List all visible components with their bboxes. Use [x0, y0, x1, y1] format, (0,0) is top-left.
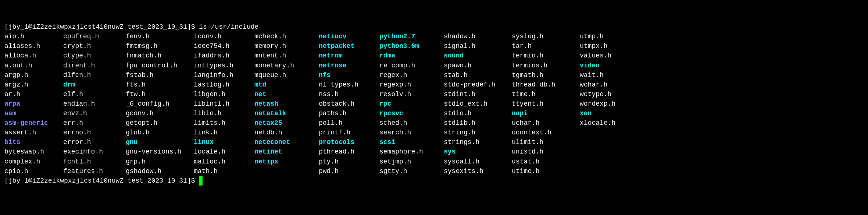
file-name: termios.h: [512, 62, 547, 69]
file-name: netipx: [254, 158, 278, 165]
file-item: uapi: [512, 109, 576, 118]
file-item: inttypes.h: [194, 61, 251, 70]
file-name: stdint.h: [444, 91, 475, 98]
file-name: _G_config.h: [126, 100, 169, 107]
file-name: gnu-versions.h: [126, 148, 181, 155]
file-name: glob.h: [126, 129, 150, 136]
file-item: gnu-versions.h: [126, 147, 190, 156]
file-listing-grid: aio.haliases.halloca.ha.out.hargp.hargz.…: [4, 32, 864, 176]
file-item: sgtty.h: [379, 166, 440, 176]
file-column-5: netiucvnetpacketnetromnetrosenfsnl_types…: [319, 32, 376, 176]
file-name: libgen.h: [194, 91, 225, 98]
file-item: ieee754.h: [194, 41, 251, 51]
file-name: stdio_ext.h: [444, 100, 487, 107]
file-item: aio.h: [4, 32, 60, 41]
file-name: arpa: [4, 100, 20, 107]
file-item: errno.h: [63, 128, 122, 137]
file-name: fstab.h: [126, 71, 154, 79]
file-name: thread_db.h: [512, 81, 556, 88]
file-item: protocols: [319, 137, 376, 147]
file-name: nfs: [319, 71, 331, 79]
file-name: grp.h: [126, 158, 146, 165]
file-name: features.h: [63, 168, 103, 175]
file-name: wait.h: [580, 71, 604, 79]
file-item: netrose: [319, 61, 376, 70]
file-name: ifaddrs.h: [194, 52, 229, 59]
file-name: dirent.h: [63, 62, 95, 69]
file-name: envz.h: [63, 110, 87, 117]
file-name: spawn.h: [444, 62, 472, 69]
file-item: netinet: [254, 147, 315, 156]
file-item: re_comp.h: [379, 61, 440, 70]
file-item: thread_db.h: [512, 80, 576, 89]
file-name: netash: [254, 100, 278, 107]
file-name: stdio.h: [444, 110, 472, 117]
file-item: search.h: [379, 128, 440, 137]
file-item: ucontext.h: [512, 128, 576, 137]
file-item: shadow.h: [444, 32, 508, 41]
file-name: tgmath.h: [512, 71, 543, 79]
file-item: pty.h: [319, 157, 376, 166]
file-item: netax25: [254, 118, 315, 128]
file-name: fcntl.h: [63, 158, 91, 165]
file-item: regex.h: [379, 70, 440, 80]
file-item: alloca.h: [4, 51, 60, 60]
file-item: utmpx.h: [580, 41, 633, 51]
file-name: poll.h: [319, 119, 343, 127]
file-item: rdma: [379, 51, 440, 60]
file-column-2: fenv.hfmtmsg.hfnmatch.hfpu_control.hfsta…: [126, 32, 190, 176]
file-name: nl_types.h: [319, 81, 358, 88]
file-item: drm: [63, 80, 122, 89]
file-item: error.h: [63, 137, 122, 147]
file-item: link.h: [194, 128, 251, 137]
file-item: mtd: [254, 80, 315, 89]
file-column-4: mcheck.hmemory.hmntent.hmonetary.hmqueue…: [254, 32, 315, 166]
file-item: rpcsvc: [379, 109, 440, 118]
file-item: fts.h: [126, 80, 190, 89]
file-item: tar.h: [512, 41, 576, 51]
file-name: wordexp.h: [580, 100, 615, 107]
file-item: termio.h: [512, 51, 576, 60]
prompt-line-1: [jby_1@iZ2zeikwpxzjlcst410nuwZ test_2023…: [4, 22, 864, 32]
file-item: paths.h: [319, 109, 376, 118]
file-item: syslog.h: [512, 32, 576, 41]
file-item: xen: [580, 109, 633, 118]
file-name: netiucv: [319, 33, 347, 40]
file-item: asm-generic: [4, 118, 60, 128]
file-name: ctype.h: [63, 52, 91, 59]
file-item: nl_types.h: [319, 80, 376, 89]
file-item: sched.h: [379, 118, 440, 128]
file-name: nss.h: [319, 91, 339, 98]
file-item: uchar.h: [512, 118, 576, 128]
file-name: aliases.h: [4, 42, 40, 50]
file-item: elf.h: [63, 89, 122, 99]
file-name: math.h: [194, 168, 218, 175]
file-item: gconv.h: [126, 109, 190, 118]
file-item: pwd.h: [319, 166, 376, 176]
file-item: values.h: [580, 51, 633, 60]
prompt-text-2: [jby_1@iZ2zeikwpxzjlcst410nuwZ test_2023…: [4, 177, 199, 184]
file-item: locale.h: [194, 147, 251, 156]
file-item: xlocale.h: [580, 118, 633, 128]
file-name: netinet: [254, 148, 282, 155]
file-name: malloc.h: [194, 158, 225, 165]
prompt-line-2: [jby_1@iZ2zeikwpxzjlcst410nuwZ test_2023…: [4, 176, 864, 186]
file-name: python2.7: [379, 33, 415, 40]
file-name: uchar.h: [512, 119, 540, 127]
file-item: netipx: [254, 157, 315, 166]
file-name: resolv.h: [379, 91, 411, 98]
file-name: re_comp.h: [379, 62, 415, 69]
file-name: shadow.h: [444, 33, 475, 40]
file-name: netpacket: [319, 42, 354, 50]
file-name: values.h: [580, 52, 611, 59]
file-item: ttyent.h: [512, 99, 576, 109]
file-item: scsi: [379, 137, 440, 147]
file-item: crypt.h: [63, 41, 122, 51]
file-name: netrom: [319, 52, 343, 59]
file-item: gnu: [126, 137, 190, 147]
file-item: video: [580, 61, 633, 70]
file-name: tar.h: [512, 42, 532, 50]
file-item: envz.h: [63, 109, 122, 118]
file-name: argz.h: [4, 81, 28, 88]
file-item: neteconet: [254, 137, 315, 147]
